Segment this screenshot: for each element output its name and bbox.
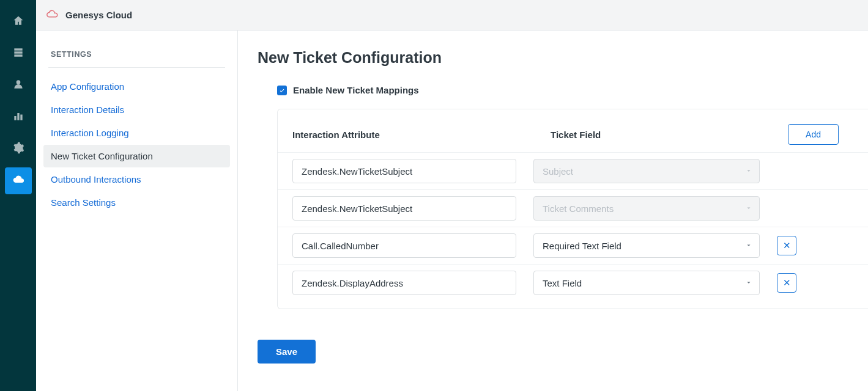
app-icon-sidebar	[0, 0, 36, 391]
content-area: SETTINGS App Configuration Interaction D…	[36, 31, 868, 391]
nav-users[interactable]	[5, 72, 32, 99]
enable-mappings-checkbox[interactable]	[277, 86, 287, 95]
main-panel: New Ticket Configuration Enable New Tick…	[238, 31, 868, 391]
remove-row-button[interactable]: ✕	[777, 273, 796, 293]
ticket-field-select-value: Required Text Field	[543, 241, 621, 251]
sidebar-item-app-configuration[interactable]: App Configuration	[43, 75, 230, 98]
ticket-field-select-value: Ticket Comments	[543, 203, 614, 214]
ticket-field-select[interactable]: Required Text Field	[533, 233, 760, 258]
home-icon	[12, 15, 24, 29]
brand-title: Genesys Cloud	[65, 10, 132, 20]
chevron-down-icon	[745, 166, 752, 177]
divider	[48, 67, 225, 68]
settings-sidebar: SETTINGS App Configuration Interaction D…	[36, 31, 238, 391]
enable-mappings-row: Enable New Ticket Mappings	[277, 85, 868, 95]
users-icon	[12, 78, 24, 93]
save-button[interactable]: Save	[258, 340, 316, 364]
sidebar-item-new-ticket-configuration[interactable]: New Ticket Configuration	[43, 145, 230, 167]
sidebar-item-interaction-logging[interactable]: Interaction Logging	[43, 122, 230, 144]
chevron-down-icon	[745, 203, 752, 214]
sidebar-item-interaction-details[interactable]: Interaction Details	[43, 98, 230, 121]
mappings-table: Interaction Attribute Ticket Field Add S…	[277, 109, 868, 309]
table-row: Required Text Field ✕	[278, 227, 868, 264]
enable-mappings-label: Enable New Ticket Mappings	[293, 85, 419, 95]
chevron-down-icon	[745, 278, 752, 288]
settings-list: App Configuration Interaction Details In…	[36, 75, 237, 214]
ticket-field-select[interactable]: Text Field	[533, 271, 760, 295]
nav-settings[interactable]	[5, 136, 32, 163]
chevron-down-icon	[745, 241, 752, 251]
ticket-field-select: Subject	[533, 159, 760, 183]
ticket-field-select-value: Subject	[543, 166, 573, 177]
nav-docs[interactable]	[5, 40, 32, 67]
table-header-row: Interaction Attribute Ticket Field Add	[278, 124, 868, 152]
sidebar-item-outbound-interactions[interactable]: Outbound Interactions	[43, 168, 230, 191]
remove-row-button[interactable]: ✕	[777, 236, 796, 255]
page-title: New Ticket Configuration	[258, 49, 868, 67]
table-row: Subject	[278, 152, 868, 189]
gear-icon	[12, 142, 24, 156]
close-icon: ✕	[783, 277, 791, 288]
ticket-field-select: Ticket Comments	[533, 196, 760, 221]
interaction-attribute-input[interactable]	[292, 233, 516, 258]
column-header-attribute: Interaction Attribute	[292, 130, 533, 140]
interaction-attribute-input[interactable]	[292, 271, 516, 295]
nav-home[interactable]	[5, 9, 32, 35]
topbar: Genesys Cloud	[36, 0, 868, 31]
ticket-field-select-value: Text Field	[543, 278, 582, 288]
interaction-attribute-input[interactable]	[292, 196, 516, 221]
nav-reports[interactable]	[5, 104, 32, 131]
interaction-attribute-input[interactable]	[292, 159, 516, 183]
sidebar-item-search-settings[interactable]: Search Settings	[43, 191, 230, 214]
settings-heading: SETTINGS	[36, 50, 237, 65]
genesys-cloud-icon	[46, 9, 59, 22]
table-row: Ticket Comments	[278, 189, 868, 227]
add-button[interactable]: Add	[788, 124, 839, 145]
cloud-icon	[12, 174, 24, 188]
column-header-field: Ticket Field	[551, 130, 777, 140]
barchart-icon	[12, 110, 24, 125]
close-icon: ✕	[783, 240, 791, 251]
main-area: Genesys Cloud SETTINGS App Configuration…	[36, 0, 868, 391]
nav-cloud[interactable]	[5, 167, 32, 194]
docs-icon	[12, 46, 24, 61]
table-row: Text Field ✕	[278, 264, 868, 295]
